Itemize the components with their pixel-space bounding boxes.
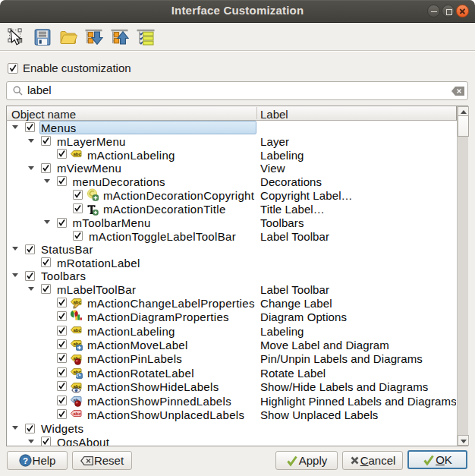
svg-text:abc: abc [74, 152, 82, 156]
svg-text:?: ? [23, 456, 28, 465]
svg-text:abc: abc [74, 411, 82, 416]
svg-text:abc: abc [74, 328, 82, 333]
